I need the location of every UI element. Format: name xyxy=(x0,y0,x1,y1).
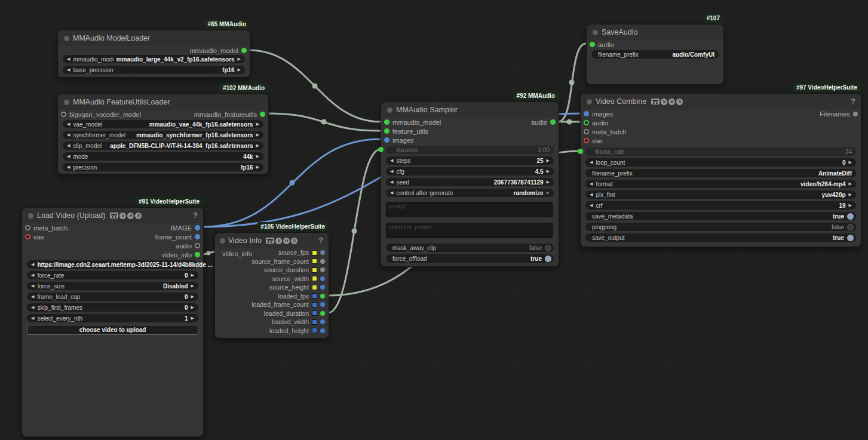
next-arrow-icon[interactable]: ▶ xyxy=(547,180,550,184)
next-arrow-icon[interactable]: ▶ xyxy=(191,316,194,321)
widget-duration[interactable]: duration 3.00 xyxy=(386,146,554,154)
node-title-bar[interactable]: Video Info V H S ? xyxy=(215,233,329,248)
output-loaded-frame-count[interactable] xyxy=(320,302,325,307)
input-images[interactable]: images xyxy=(384,137,413,144)
next-arrow-icon[interactable]: ▶ xyxy=(191,273,194,278)
next-arrow-icon[interactable]: ▶ xyxy=(547,158,550,163)
next-arrow-icon[interactable]: ▶ xyxy=(238,67,241,72)
input-meta-batch[interactable]: meta_batch xyxy=(584,128,626,136)
prev-arrow-icon[interactable]: ◀ xyxy=(31,262,34,267)
input-slot-icon[interactable] xyxy=(384,119,389,125)
input-images[interactable]: images xyxy=(584,110,613,118)
input-frame-rate[interactable] xyxy=(578,149,583,154)
prompt-textarea[interactable] xyxy=(386,202,553,217)
widget-control-after-generate[interactable]: ◀ control after generate randomize ▶ xyxy=(386,189,554,197)
next-arrow-icon[interactable]: ▶ xyxy=(256,154,259,159)
node-mmaudio-sampler[interactable]: #92 MMAudio MMAudio Sampler mmaudio_mode… xyxy=(381,101,559,267)
widget-mode[interactable]: ◀ mode 44k ▶ xyxy=(63,152,263,161)
output-image[interactable]: IMAGE xyxy=(171,224,200,232)
input-slot-icon[interactable] xyxy=(25,225,30,230)
next-arrow-icon[interactable]: ▶ xyxy=(256,143,259,148)
prev-arrow-icon[interactable]: ◀ xyxy=(67,165,70,170)
widget-save-output[interactable]: save_output true xyxy=(585,233,856,242)
widget-synchformer-model[interactable]: ◀ synchformer_model mmaudio_synchformer_… xyxy=(63,131,263,139)
prev-arrow-icon[interactable]: ◀ xyxy=(31,284,34,288)
node-load-video-upload[interactable]: #91 VideoHelperSuite Load Video (Upload)… xyxy=(22,207,204,437)
output-slot-icon[interactable] xyxy=(195,252,200,257)
widget-force-offload[interactable]: force_offload true xyxy=(386,254,554,263)
prev-arrow-icon[interactable]: ◀ xyxy=(67,154,70,159)
collapse-dot-icon[interactable] xyxy=(64,36,69,41)
node-title-bar[interactable]: MMAudio FeatureUtilsLoader xyxy=(58,94,268,110)
next-arrow-icon[interactable]: ▶ xyxy=(849,192,852,197)
node-title-bar[interactable]: MMAudio ModelLoader xyxy=(58,30,250,46)
input-duration[interactable] xyxy=(378,147,384,152)
widget-vae-model[interactable]: ◀ vae_model mmaudio_vae_44k_fp16.safeten… xyxy=(63,120,263,128)
node-title-bar[interactable]: Video Combine V H S ? xyxy=(581,94,861,109)
help-icon[interactable]: ? xyxy=(851,97,855,106)
widget-save-metadata[interactable]: save_metadata true xyxy=(585,212,856,220)
widget-frame-load-cap[interactable]: ◀ frame_load_cap 0 ▶ xyxy=(27,293,198,301)
widget-base-precision[interactable]: ◀ base_precision fp16 ▶ xyxy=(63,66,245,74)
next-arrow-icon[interactable]: ▶ xyxy=(191,294,194,299)
output-loaded-duration[interactable] xyxy=(320,311,325,316)
negative-prompt-textarea[interactable] xyxy=(386,223,553,238)
widget-format[interactable]: ◀ format video/h264-mp4 ▶ xyxy=(585,180,856,188)
widget-crf[interactable]: ◀ crf 19 ▶ xyxy=(585,201,856,210)
input-slot-icon[interactable] xyxy=(584,120,589,125)
next-arrow-icon[interactable]: ▶ xyxy=(256,165,259,170)
output-slot-icon[interactable] xyxy=(260,112,265,117)
prev-arrow-icon[interactable]: ◀ xyxy=(67,133,70,137)
widget-mask-away-clip[interactable]: mask_away_clip false xyxy=(386,244,554,252)
widget-steps[interactable]: ◀ steps 25 ▶ xyxy=(386,156,554,165)
input-mmaudio-model[interactable]: mmaudio_model xyxy=(384,119,441,126)
next-arrow-icon[interactable]: ▶ xyxy=(849,160,852,165)
input-audio[interactable]: audio xyxy=(590,41,614,48)
widget-cfg[interactable]: ◀ cfg 4.5 ▶ xyxy=(386,167,554,176)
prev-arrow-icon[interactable]: ◀ xyxy=(590,160,593,165)
output-source-width[interactable] xyxy=(320,276,325,281)
output-filenames[interactable]: Filenames xyxy=(820,110,858,118)
output-source-duration[interactable] xyxy=(320,267,325,272)
graph-canvas[interactable]: { "nodes": { "n85": { "badge": "#85 MMAu… xyxy=(0,0,868,440)
help-icon[interactable]: ? xyxy=(318,236,323,245)
input-meta-batch[interactable]: meta_batch xyxy=(25,224,68,232)
widget-filename-prefix[interactable]: filename_prefix AnimateDiff xyxy=(585,169,856,177)
toggle-knob[interactable] xyxy=(545,256,551,262)
collapse-dot-icon[interactable] xyxy=(387,107,392,113)
input-vae[interactable]: vae xyxy=(584,137,603,144)
toggle-knob[interactable] xyxy=(847,235,854,241)
output-source-height[interactable] xyxy=(320,285,325,290)
output-source-fps[interactable] xyxy=(320,250,325,255)
node-saveaudio[interactable]: #107 SaveAudio audio filename_prefix aud… xyxy=(586,24,724,85)
toggle-knob[interactable] xyxy=(847,224,854,230)
input-slot-icon[interactable] xyxy=(384,128,389,134)
widget-force-rate[interactable]: ◀ force_rate 0 ▶ xyxy=(27,271,198,279)
next-arrow-icon[interactable]: ▶ xyxy=(849,203,852,208)
collapse-dot-icon[interactable] xyxy=(220,238,225,244)
prev-arrow-icon[interactable]: ◀ xyxy=(590,203,593,208)
node-mmaudio-modelloader[interactable]: #85 MMAudio MMAudio ModelLoader mmaudio_… xyxy=(57,30,250,78)
toggle-knob[interactable] xyxy=(545,245,551,251)
widget-seed[interactable]: ◀ seed 206773678741129 ▶ xyxy=(386,178,554,186)
choose-video-button[interactable]: choose video to upload xyxy=(27,325,198,335)
input-bigvgan-vocoder-model[interactable]: bigvgan_vocoder_model xyxy=(61,111,141,118)
prev-arrow-icon[interactable]: ◀ xyxy=(390,158,393,163)
output-mmaudio-featureutils[interactable]: mmaudio_featureutils xyxy=(194,111,265,118)
prev-arrow-icon[interactable]: ◀ xyxy=(67,122,70,127)
collapse-dot-icon[interactable] xyxy=(28,213,33,219)
prev-arrow-icon[interactable]: ◀ xyxy=(31,305,34,310)
next-arrow-icon[interactable]: ▶ xyxy=(547,190,550,195)
node-title-bar[interactable]: SaveAudio xyxy=(587,24,723,40)
widget-video-url[interactable]: ◀ https://image.cdn2.seaart.me/temp-3d/2… xyxy=(27,260,198,269)
toggle-knob[interactable] xyxy=(847,213,854,220)
widget-filename-prefix[interactable]: filename_prefix audio/ComfyUI xyxy=(591,50,719,59)
next-arrow-icon[interactable]: ▶ xyxy=(191,284,194,288)
prev-arrow-icon[interactable]: ◀ xyxy=(590,181,593,186)
prev-arrow-icon[interactable]: ◀ xyxy=(390,180,393,184)
widget-clip-model[interactable]: ◀ clip_model apple_DFN5B-CLIP-ViT-H-14-3… xyxy=(63,141,263,150)
input-slot-icon[interactable] xyxy=(584,129,589,134)
prev-arrow-icon[interactable]: ◀ xyxy=(390,190,393,195)
output-mmaudio-model[interactable]: mmaudio_model xyxy=(190,47,247,54)
widget-pingpong[interactable]: pingpong false xyxy=(585,223,856,231)
